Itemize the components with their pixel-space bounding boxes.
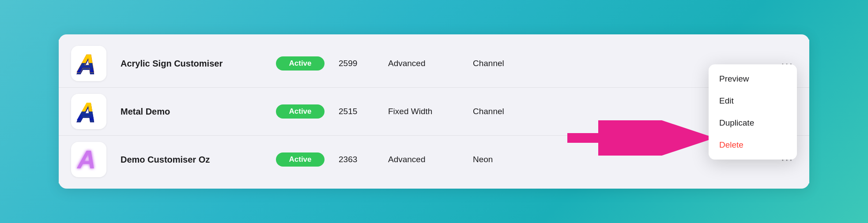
dropdown-item-delete[interactable]: Delete xyxy=(709,134,797,156)
dropdown-item-edit[interactable]: Edit xyxy=(709,90,797,112)
col-number-metal: 2515 xyxy=(339,107,374,116)
list-item: A A Demo Customiser Oz Active 2363 Advan… xyxy=(59,135,809,183)
main-card: A A A Acrylic Sign Customiser Active 259… xyxy=(59,34,809,189)
col-channel-metal: Channel xyxy=(473,107,535,116)
dropdown-menu: Preview Edit Duplicate Delete xyxy=(709,64,797,160)
status-badge-acrylic: Active xyxy=(276,56,325,71)
list-item: A A Metal Demo Active 2515 Fixed Width C… xyxy=(59,87,809,135)
col-number-acrylic: 2599 xyxy=(339,59,374,68)
col-type-metal: Fixed Width xyxy=(388,107,459,116)
svg-text:A: A xyxy=(76,49,96,78)
col-channel-acrylic: Channel xyxy=(473,59,535,68)
svg-text:A: A xyxy=(76,145,96,174)
col-number-demo-oz: 2363 xyxy=(339,155,374,164)
dropdown-item-duplicate[interactable]: Duplicate xyxy=(709,112,797,134)
dropdown-item-preview[interactable]: Preview xyxy=(709,68,797,90)
app-icon-demo-oz: A A xyxy=(71,142,106,177)
list-item: A A A Acrylic Sign Customiser Active 259… xyxy=(59,40,809,87)
col-type-demo-oz: Advanced xyxy=(388,155,459,164)
app-icon-metal: A A xyxy=(71,94,106,129)
app-icon-acrylic: A A A xyxy=(71,46,106,81)
svg-text:A: A xyxy=(76,97,96,126)
col-type-acrylic: Advanced xyxy=(388,59,459,68)
app-name-demo-oz: Demo Customiser Oz xyxy=(121,155,262,165)
app-name-acrylic: Acrylic Sign Customiser xyxy=(121,59,262,69)
status-badge-metal: Active xyxy=(276,104,325,119)
status-badge-demo-oz: Active xyxy=(276,152,325,167)
app-name-metal: Metal Demo xyxy=(121,107,262,117)
col-channel-demo-oz: Neon xyxy=(473,155,535,164)
